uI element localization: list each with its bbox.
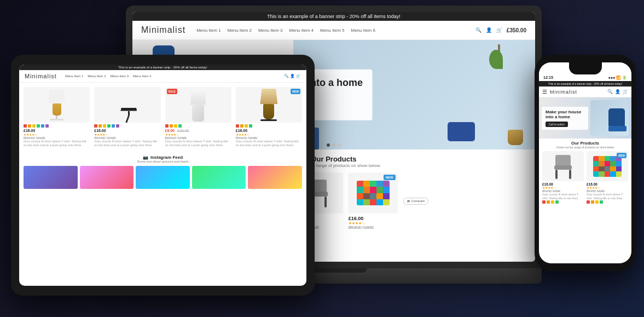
tablet-nav-1[interactable]: Menu Item 1 [65,74,83,78]
phone-body: 12:15 ●●● 📶 🔋 This is an example of a ba… [535,55,636,271]
phone-hero-headline: Make your house into a home [546,109,584,119]
phone-cart-icon[interactable]: 🛒 [623,89,628,94]
tablet-product-3-colors [165,124,231,128]
phone-product-1[interactable]: £16.00 ★★★★☆ BRAND NAME Grey muscle fit … [542,151,584,204]
tablet-sale-badge: SALE [167,89,177,94]
tablet-products-grid: £16.00 ★★★★☆ BRAND NAME Grey muscle fit … [19,83,306,152]
compare-icon: ⇄ [407,199,410,203]
phone-product-1-img[interactable] [542,151,584,181]
hero-dot-2[interactable] [332,143,335,147]
tablet-product-2-price: £16.00 [94,129,160,132]
tablet-product-1-img[interactable] [24,87,90,123]
phone-products-grid: £16.00 ★★★★☆ BRAND NAME Grey muscle fit … [542,151,628,204]
phone-status-bar: 12:15 ●●● 📶 🔋 [539,74,631,81]
tablet-instagram-grid [24,166,302,189]
tablet-product-2-stars: ★★★★☆ [94,132,160,136]
tablet-instagram-section: 📷 Instagram Feed Some text about picture… [19,152,306,192]
nav-item-6[interactable]: Menu Item 6 [351,28,375,33]
laptop-logo: Minimalist [141,25,185,35]
svg-rect-12 [569,170,571,179]
phone-product-2-img[interactable]: NEW [587,151,628,181]
svg-rect-10 [554,165,572,170]
tablet-nav[interactable]: Menu Item 1 Menu Item 2 Menu Item 3 Menu… [65,74,151,78]
laptop-site-header: Minimalist Menu Item 1 Menu Item 2 Menu … [132,21,535,40]
laptop-product-3-stars: ★★★★☆ [349,221,398,226]
phone-notch [569,62,602,74]
instagram-photo-3[interactable] [136,166,190,189]
tablet-product-3-stars: ★★★★☆ [165,132,231,136]
tablet-product-3-desc: Grey muscle fit short sleeve T-shirt. Te… [165,140,231,147]
account-icon[interactable]: 👤 [486,27,492,33]
phone-search-icon[interactable]: 🔍 [607,89,613,94]
phone-website: 12:15 ●●● 📶 🔋 This is an example of a ba… [539,62,631,263]
instagram-photo-5[interactable] [248,166,302,189]
phone-products-section: Our Products Check out our range of prod… [539,139,631,206]
tablet-product-2-img[interactable] [94,87,160,123]
hero-dot-3[interactable] [338,143,341,147]
nav-item-3[interactable]: Menu Item 3 [258,28,282,33]
tablet-nav-4[interactable]: Menu Item 4 [133,74,151,78]
tablet-product-4[interactable]: NEW [236,87,302,147]
tablet-product-1-stars: ★★★★☆ [24,132,90,136]
tablet-product-1[interactable]: £16.00 ★★★★☆ BRAND NAME Grey muscle fit … [24,87,90,147]
search-icon[interactable]: 🔍 [475,27,481,33]
tablet-nav-2[interactable]: Menu Item 2 [88,74,106,78]
laptop-product-3-img[interactable]: NEW [349,172,398,214]
laptop-nav[interactable]: Menu Item 1 Menu Item 2 Menu Item 3 Menu… [196,28,475,33]
instagram-photo-1[interactable] [24,166,78,189]
phone-product-2-price: £16.00 [587,182,628,186]
phone-account-icon[interactable]: 👤 [615,89,620,94]
phone-product-2[interactable]: NEW [587,151,628,204]
phone-hero-cta-button[interactable]: Call to action [546,122,568,127]
phone-time: 12:15 [543,76,553,80]
tablet-product-1-desc: Grey muscle fit short sleeve T-shirt. Te… [24,140,90,147]
tablet-body: This is an example of a banner strip - 2… [11,55,315,296]
hero-dot-1[interactable] [327,143,330,147]
tablet-product-4-colors [236,124,302,128]
scene: This is an example of a banner strip - 2… [0,0,644,317]
phone-header-icons[interactable]: 🔍 👤 🛒 [607,89,628,94]
tablet-website: This is an example of a banner strip - 2… [19,65,306,286]
tablet-product-3[interactable]: SALE [165,87,231,147]
tablet-product-4-img[interactable]: NEW [236,87,302,123]
hamburger-icon[interactable]: ☰ [542,89,547,95]
compare-button[interactable]: ⇄ Compare [403,198,429,205]
nav-item-1[interactable]: Menu Item 1 [196,28,221,33]
instagram-photo-2[interactable] [80,166,134,189]
phone-new-badge: NEW [617,153,626,158]
new-badge-1: NEW [384,175,396,180]
hero-plant-decoration [495,44,503,69]
compare-area: ⇄ Compare [403,172,429,229]
tablet-new-badge: NEW [291,89,300,94]
nav-item-5[interactable]: Menu Item 5 [320,28,344,33]
tablet-product-4-price: £16.00 [236,129,302,132]
cart-icon[interactable]: 🛒 [496,27,502,33]
phone-product-2-desc: Grey muscle fit short sleeve T-shirt. Te… [587,193,628,200]
phone-chair-icon [551,153,576,180]
tablet-nav-3[interactable]: Menu Item 3 [111,74,129,78]
tablet-banner: This is an example of a banner strip - 2… [19,65,306,70]
phone-hero-image [590,100,629,136]
tablet-product-2[interactable]: £16.00 ★★★★☆ BRAND NAME Grey muscle fit … [94,87,160,147]
nav-item-2[interactable]: Menu Item 2 [228,28,252,33]
hero-pagination[interactable] [327,143,341,147]
phone-product-2-colors [587,200,628,204]
tablet-product-2-colors [94,124,160,128]
instagram-icon: 📷 [143,155,148,160]
tablet-product-3-old-price: £16.00 [177,129,189,132]
phone-products-sub: Check out our range of products on show … [542,146,628,149]
tablet-product-4-desc: Grey muscle fit short sleeve T-shirt. Te… [236,140,302,147]
laptop-site-banner: This is an example of a banner strip - 2… [132,12,535,21]
svg-rect-8 [324,197,327,208]
instagram-photo-4[interactable] [192,166,246,189]
tablet-instagram-sub: Some text about pictures and feeds [24,160,302,163]
nav-item-4[interactable]: Menu Item 4 [289,28,314,33]
tablet-product-3-img[interactable]: SALE [165,87,231,123]
tablet-header-icons[interactable]: 🔍 👤 🛒 [284,74,301,78]
laptop-header-icons[interactable]: 🔍 👤 🛒 £350.00 [475,27,526,33]
tablet-header: Minimalist Menu Item 1 Menu Item 2 Menu … [19,70,306,83]
phone-product-1-price: £16.00 [542,182,584,186]
tablet-product-1-price: £16.00 [24,129,90,132]
tablet-device: This is an example of a banner strip - 2… [11,55,315,296]
laptop-product-3[interactable]: NEW [349,172,398,229]
